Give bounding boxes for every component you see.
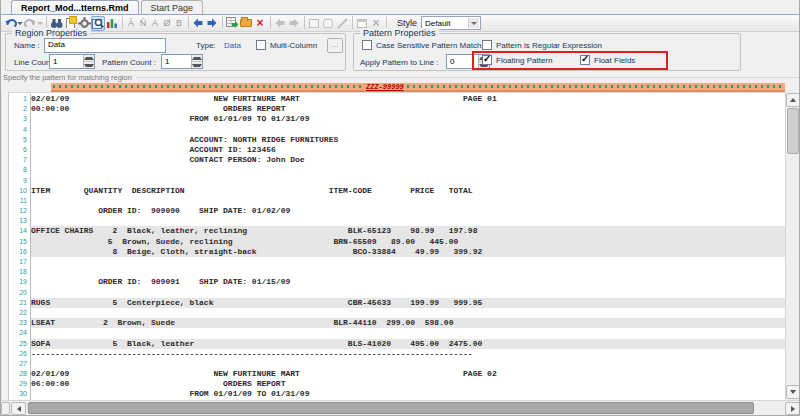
- line-count-stepper[interactable]: 1: [49, 54, 95, 69]
- tab-start-page[interactable]: Start Page: [141, 0, 204, 14]
- style-dropdown-caret[interactable]: [468, 18, 479, 28]
- float-fields-checkbox[interactable]: [580, 55, 590, 65]
- report-line[interactable]: 15 5 Brown, Suede, reclining BRN-65509 8…: [9, 237, 785, 247]
- report-line[interactable]: 2802/01/09 NEW FURTINURE MART PAGE 02: [9, 369, 785, 379]
- report-line[interactable]: 3 FROM 01/01/09 TO 01/31/09: [9, 114, 785, 124]
- floating-pattern-checkbox[interactable]: [482, 55, 492, 65]
- export-grid-icon[interactable]: [225, 16, 239, 31]
- report-line-text[interactable]: ----------------------------------------…: [31, 349, 785, 359]
- report-line-text[interactable]: [31, 125, 785, 135]
- scroll-up-button[interactable]: [786, 93, 800, 107]
- report-view[interactable]: 102/01/09 NEW FURTINURE MART PAGE 01200:…: [1, 92, 785, 400]
- collapsed-splitter[interactable]: [1, 92, 9, 400]
- report-line-text[interactable]: [31, 288, 785, 298]
- tab-report-model[interactable]: Report_Mod...tterns.Rmd: [11, 0, 139, 14]
- pattern-char-alpha-button[interactable]: Ā: [125, 16, 137, 31]
- report-line-text[interactable]: 5 Brown, Suede, reclining BRN-65509 89.0…: [31, 237, 785, 247]
- pattern-count-arrows[interactable]: [191, 55, 202, 68]
- report-line-text[interactable]: RUGS 5 Centerpiece, black CBR-45633 199.…: [31, 298, 785, 308]
- name-input[interactable]: Data: [44, 38, 166, 53]
- report-line[interactable]: 16 8 Beige, Cloth, straight-back BCO-338…: [9, 247, 785, 257]
- delete-icon[interactable]: ×: [253, 16, 267, 31]
- report-line[interactable]: 6 ACCOUNT ID: 123456: [9, 145, 785, 155]
- report-line-text[interactable]: [31, 328, 785, 338]
- zoom-icon[interactable]: [91, 16, 105, 31]
- report-line-text[interactable]: CONTACT PERSON: John Doe: [31, 155, 785, 165]
- regex-checkbox[interactable]: [482, 40, 492, 50]
- open-folder-icon[interactable]: [239, 16, 253, 31]
- report-line[interactable]: 26--------------------------------------…: [9, 349, 785, 359]
- pattern-char-blank-button[interactable]: B: [173, 16, 185, 31]
- report-line-text[interactable]: ORDER ID: 909091 SHIP DATE: 01/15/09: [31, 277, 785, 287]
- report-line-text[interactable]: 8 Beige, Cloth, straight-back BCO-33884 …: [31, 247, 785, 257]
- report-line[interactable]: 5 ACCOUNT: NORTH RIDGE FURNITURES: [9, 135, 785, 145]
- report-line-text[interactable]: [31, 267, 785, 277]
- report-line-text[interactable]: OFFICE CHAIRS 2 Black, leather, reclinin…: [31, 226, 785, 236]
- nav-forward-icon[interactable]: [205, 16, 219, 31]
- report-line-text[interactable]: LSEAT 2 Brown, Suede BLR-44110 299.00 59…: [31, 318, 785, 328]
- pattern-bar-pattern-text[interactable]: ZZZ-99999: [364, 83, 406, 91]
- report-line-text[interactable]: SOFA 5 Black, leather BLS-41020 495.00 2…: [31, 339, 785, 349]
- report-line-text[interactable]: [31, 308, 785, 318]
- scrollbar-corner-button[interactable]: [1, 402, 10, 415]
- report-line[interactable]: 14OFFICE CHAIRS 2 Black, leather, reclin…: [9, 226, 785, 236]
- history-back-icon[interactable]: [273, 16, 287, 31]
- chart-icon[interactable]: [105, 16, 119, 31]
- report-line-text[interactable]: FROM 01/01/09 TO 01/31/09: [31, 389, 785, 399]
- scroll-down-button[interactable]: [786, 385, 800, 399]
- report-line[interactable]: 13: [9, 216, 785, 226]
- report-line[interactable]: 8: [9, 165, 785, 175]
- pattern-count-stepper[interactable]: 1: [161, 54, 203, 69]
- report-line-text[interactable]: ITEM QUANTITY DESCRIPTION ITEM-CODE PRIC…: [31, 186, 785, 196]
- report-line[interactable]: 22: [9, 308, 785, 318]
- pattern-char-any-button[interactable]: A: [149, 16, 161, 31]
- report-line-text[interactable]: [31, 359, 785, 369]
- horizontal-scrollbar-thumb[interactable]: [28, 402, 754, 414]
- report-line-text[interactable]: [31, 165, 785, 175]
- region-tool-icon-2[interactable]: [321, 16, 335, 31]
- report-line[interactable]: 102/01/09 NEW FURTINURE MART PAGE 01: [9, 94, 785, 104]
- report-line-text[interactable]: 02/01/09 NEW FURTINURE MART PAGE 02: [31, 369, 785, 379]
- history-forward-icon[interactable]: [287, 16, 301, 31]
- report-line-text[interactable]: FROM 01/01/09 TO 01/31/09: [31, 114, 785, 124]
- report-line[interactable]: 11: [9, 196, 785, 206]
- report-line[interactable]: 19 ORDER ID: 909091 SHIP DATE: 01/15/09: [9, 277, 785, 287]
- region-tool-icon-1[interactable]: [307, 16, 321, 31]
- report-line[interactable]: 21RUGS 5 Centerpiece, black CBR-45633 19…: [9, 298, 785, 308]
- report-line[interactable]: 2906:00:00 ORDERS REPORT: [9, 379, 785, 389]
- report-line[interactable]: 12 ORDER ID: 909090 SHIP DATE: 01/02/09: [9, 206, 785, 216]
- report-line-text[interactable]: [31, 216, 785, 226]
- report-line-text[interactable]: [31, 257, 785, 267]
- multi-column-ellipsis-button[interactable]: ...: [327, 38, 343, 53]
- report-line-text[interactable]: 00:00:00 ORDERS REPORT: [31, 104, 785, 114]
- vertical-scrollbar-thumb[interactable]: [787, 108, 799, 154]
- report-line[interactable]: 10ITEM QUANTITY DESCRIPTION ITEM-CODE PR…: [9, 186, 785, 196]
- multi-column-checkbox[interactable]: [256, 40, 266, 50]
- pattern-char-numeric-button[interactable]: Ñ: [137, 16, 149, 31]
- pattern-bar[interactable]: ZZZ-99999: [51, 83, 785, 92]
- case-sensitive-checkbox[interactable]: [362, 40, 372, 50]
- report-line[interactable]: 23LSEAT 2 Brown, Suede BLR-44110 299.00 …: [9, 318, 785, 328]
- report-line[interactable]: 30 FROM 01/01/09 TO 01/31/09: [9, 389, 785, 399]
- scroll-left-button[interactable]: [11, 402, 26, 415]
- report-line-text[interactable]: 02/01/09 NEW FURTINURE MART PAGE 01: [31, 94, 785, 104]
- report-line[interactable]: 4: [9, 125, 785, 135]
- report-line-text[interactable]: ORDER ID: 909090 SHIP DATE: 01/02/09: [31, 206, 785, 216]
- report-line-text[interactable]: ACCOUNT: NORTH RIDGE FURNITURES: [31, 135, 785, 145]
- report-line[interactable]: 18: [9, 267, 785, 277]
- report-line-text[interactable]: [31, 176, 785, 186]
- region-tool-icon-3[interactable]: [335, 16, 349, 31]
- report-line[interactable]: 24: [9, 328, 785, 338]
- report-line[interactable]: 17: [9, 257, 785, 267]
- report-line-text[interactable]: [31, 196, 785, 206]
- report-line[interactable]: 20: [9, 288, 785, 298]
- scroll-right-button[interactable]: [785, 402, 800, 415]
- report-line-text[interactable]: ACCOUNT ID: 123456: [31, 145, 785, 155]
- line-count-arrows[interactable]: [83, 55, 94, 68]
- pattern-count-value[interactable]: 1: [162, 55, 191, 68]
- report-line[interactable]: 25SOFA 5 Black, leather BLS-41020 495.00…: [9, 339, 785, 349]
- report-line[interactable]: 9: [9, 176, 785, 186]
- report-line[interactable]: 27: [9, 359, 785, 369]
- report-line[interactable]: 200:00:00 ORDERS REPORT: [9, 104, 785, 114]
- nav-back-icon[interactable]: [191, 16, 205, 31]
